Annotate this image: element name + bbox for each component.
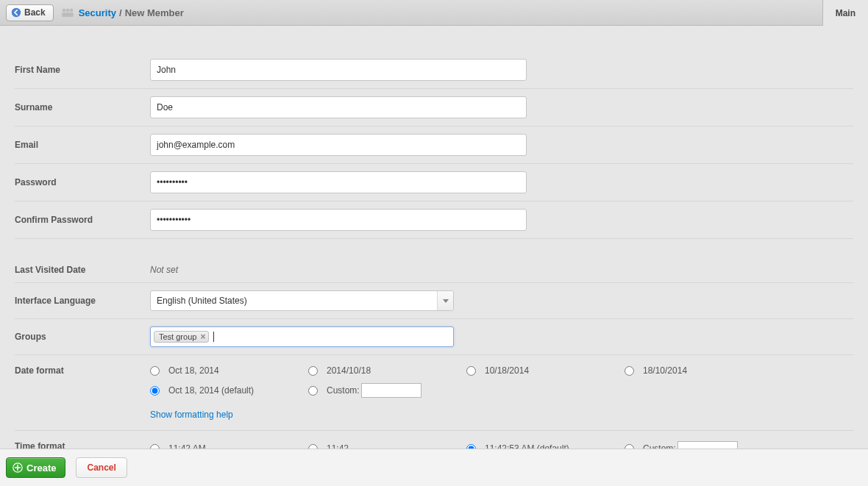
label-last-visited: Last Visited Date <box>15 265 150 275</box>
time-format-custom-input[interactable] <box>677 441 738 449</box>
row-time-format: Time format 11:42 AM 11:42 11:42:53 AM (… <box>15 431 853 449</box>
action-bar: Create Cancel <box>0 449 868 486</box>
label-email: Email <box>15 140 150 150</box>
row-last-visited: Last Visited Date Not set <box>15 257 853 283</box>
label-password: Password <box>15 177 150 187</box>
svg-rect-5 <box>65 12 70 17</box>
label-interface-language: Interface Language <box>15 296 150 306</box>
chevron-down-icon <box>443 299 449 303</box>
label-surname: Surname <box>15 102 150 112</box>
label-groups: Groups <box>15 332 150 342</box>
svg-point-0 <box>12 8 21 17</box>
row-confirm-password: Confirm Password <box>15 201 853 239</box>
text-cursor <box>213 332 214 342</box>
select-arrow-button[interactable] <box>437 291 453 310</box>
date-format-custom-input[interactable] <box>361 383 421 398</box>
svg-rect-6 <box>69 12 74 17</box>
date-format-opt2[interactable]: 2014/10/18 <box>308 365 466 376</box>
svg-rect-4 <box>62 12 66 17</box>
back-button[interactable]: Back <box>6 4 54 21</box>
interface-language-value: English (United States) <box>157 296 247 306</box>
row-groups: Groups Test group × <box>15 319 853 355</box>
tab-main-label: Main <box>836 8 855 18</box>
interface-language-select[interactable]: English (United States) <box>150 290 454 311</box>
breadcrumb-separator: / <box>119 7 122 18</box>
group-tag-label: Test group <box>159 332 196 341</box>
email-input[interactable] <box>150 134 527 156</box>
password-input[interactable] <box>150 171 527 193</box>
tab-main[interactable]: Main <box>822 0 868 26</box>
breadcrumb-section-link[interactable]: Security <box>79 7 116 18</box>
back-arrow-icon <box>11 7 21 18</box>
surname-input[interactable] <box>150 96 527 118</box>
row-interface-language: Interface Language English (United State… <box>15 283 853 319</box>
first-name-input[interactable] <box>150 59 527 81</box>
row-surname: Surname <box>15 89 853 126</box>
svg-point-1 <box>62 9 65 12</box>
row-first-name: First Name <box>15 51 853 89</box>
date-format-opt4[interactable]: 18/10/2014 <box>625 365 783 376</box>
time-format-opt2[interactable]: 11:42 <box>308 443 466 449</box>
svg-point-3 <box>69 9 73 12</box>
date-format-opt3[interactable]: 10/18/2014 <box>466 365 625 376</box>
breadcrumb: Security / New Member <box>61 7 184 18</box>
date-format-opt1[interactable]: Oct 18, 2014 <box>150 365 308 376</box>
row-email: Email <box>15 126 853 164</box>
last-visited-value: Not set <box>150 265 178 275</box>
label-first-name: First Name <box>15 65 150 75</box>
time-format-opt-custom[interactable]: Custom: <box>625 441 783 449</box>
label-date-format: Date format <box>15 365 150 376</box>
people-icon <box>61 7 74 18</box>
time-format-opt-default[interactable]: 11:42:53 AM (default) <box>466 443 625 449</box>
plus-circle-icon <box>13 462 23 473</box>
svg-point-2 <box>65 9 69 12</box>
row-password: Password <box>15 164 853 201</box>
breadcrumb-current: New Member <box>125 7 184 18</box>
back-button-label: Back <box>24 7 46 18</box>
groups-tag-input[interactable]: Test group × <box>150 326 454 347</box>
date-format-opt-custom[interactable]: Custom: <box>308 383 466 398</box>
label-time-format: Time format <box>15 441 150 449</box>
label-confirm-password: Confirm Password <box>15 215 150 225</box>
cancel-button-label: Cancel <box>87 462 115 473</box>
remove-tag-icon[interactable]: × <box>200 332 205 341</box>
cancel-button[interactable]: Cancel <box>76 457 127 478</box>
date-format-opt-default[interactable]: Oct 18, 2014 (default) <box>150 385 308 396</box>
create-button-label: Create <box>26 462 56 474</box>
time-format-opt1[interactable]: 11:42 AM <box>150 443 308 449</box>
row-date-format: Date format Oct 18, 2014 2014/10/18 10/1… <box>15 355 853 431</box>
confirm-password-input[interactable] <box>150 209 527 231</box>
group-tag: Test group × <box>154 331 209 343</box>
top-bar: Back Security / New Member Main <box>0 0 868 26</box>
create-button[interactable]: Create <box>6 457 65 478</box>
date-format-help-link[interactable]: Show formatting help <box>150 410 853 420</box>
form-container: First Name Surname Email Password Confir… <box>0 26 868 449</box>
